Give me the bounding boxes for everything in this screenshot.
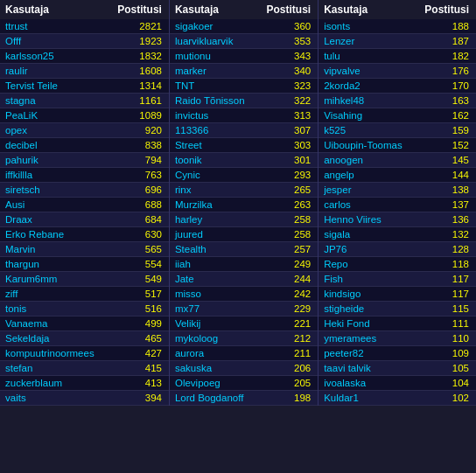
- username-cell: aurora: [169, 346, 256, 361]
- score-cell: 136: [415, 212, 476, 227]
- username-cell: Marvin: [0, 242, 108, 257]
- table-row: Karum6mm549Jate244Fish117: [0, 272, 476, 287]
- score-cell: 1832: [108, 49, 170, 64]
- score-cell: 249: [256, 257, 318, 272]
- username-cell: 113366: [169, 123, 256, 138]
- username-cell: tonis: [0, 302, 108, 316]
- username-cell: iffkillla: [0, 168, 108, 183]
- score-cell: 144: [415, 168, 476, 183]
- username-cell: ziff: [0, 287, 108, 302]
- table-row: stagna1161Raido Tõnisson322mihkel48163: [0, 94, 476, 108]
- username-cell: marker: [169, 64, 256, 79]
- username-cell: iiah: [169, 257, 256, 272]
- username-cell: Erko Rebane: [0, 227, 108, 242]
- score-cell: 110: [415, 331, 476, 346]
- username-cell: mx77: [169, 302, 256, 316]
- score-cell: 1089: [108, 108, 170, 123]
- score-cell: 499: [108, 316, 170, 331]
- username-cell: angelp: [318, 168, 415, 183]
- username-cell: Murzilka: [169, 198, 256, 212]
- score-cell: 394: [108, 391, 170, 406]
- score-cell: 265: [256, 183, 318, 198]
- score-cell: 221: [256, 316, 318, 331]
- score-cell: 1923: [108, 34, 170, 49]
- table-row: Draax684harley258Henno Viires136: [0, 212, 476, 227]
- score-cell: 132: [415, 227, 476, 242]
- score-cell: 343: [256, 49, 318, 64]
- username-cell: Street: [169, 138, 256, 153]
- score-cell: 920: [108, 123, 170, 138]
- username-cell: carlos: [318, 198, 415, 212]
- username-cell: jesper: [318, 183, 415, 198]
- username-cell: misso: [169, 287, 256, 302]
- username-cell: vipvalve: [318, 64, 415, 79]
- username-cell: luarvikluarvik: [169, 34, 256, 49]
- table-row: Vanaema499Velikij221Heki Fond111: [0, 316, 476, 331]
- username-cell: stigheide: [318, 302, 415, 316]
- username-cell: anoogen: [318, 153, 415, 168]
- table-row: Sekeldaja465mykoloog212ymeramees110: [0, 331, 476, 346]
- score-cell: 565: [108, 242, 170, 257]
- score-cell: 117: [415, 287, 476, 302]
- table-row: PeaLiK1089invictus313Visahing162: [0, 108, 476, 123]
- table-row: karlsson251832mutionu343tulu182: [0, 49, 476, 64]
- score-cell: 128: [415, 242, 476, 257]
- score-cell: 322: [256, 94, 318, 108]
- username-cell: tulu: [318, 49, 415, 64]
- score-cell: 115: [415, 302, 476, 316]
- username-cell: Fish: [318, 272, 415, 287]
- username-cell: Tervist Teile: [0, 79, 108, 94]
- col2-header: Postitusi: [108, 0, 170, 19]
- username-cell: Raido Tõnisson: [169, 94, 256, 108]
- username-cell: ttrust: [0, 19, 108, 34]
- username-cell: mykoloog: [169, 331, 256, 346]
- score-cell: 794: [108, 153, 170, 168]
- score-cell: 163: [415, 94, 476, 108]
- score-cell: 549: [108, 272, 170, 287]
- score-cell: 187: [415, 34, 476, 49]
- col5-header: Kasutaja: [318, 0, 415, 19]
- username-cell: pahurik: [0, 153, 108, 168]
- username-cell: sigala: [318, 227, 415, 242]
- table-row: pahurik794toonik301anoogen145: [0, 153, 476, 168]
- score-cell: 427: [108, 346, 170, 361]
- score-cell: 205: [256, 376, 318, 391]
- username-cell: mihkel48: [318, 94, 415, 108]
- score-cell: 117: [415, 272, 476, 287]
- username-cell: Vanaema: [0, 316, 108, 331]
- score-cell: 138: [415, 183, 476, 198]
- score-cell: 176: [415, 64, 476, 79]
- username-cell: Draax: [0, 212, 108, 227]
- username-cell: Lord Bogdanoff: [169, 391, 256, 406]
- table-row: stefan415sakuska206taavi talvik105: [0, 361, 476, 376]
- table-row: siretsch696rinx265jesper138: [0, 183, 476, 198]
- table-row: Tervist Teile1314TNT3232korda2170: [0, 79, 476, 94]
- username-cell: Sekeldaja: [0, 331, 108, 346]
- score-cell: 1608: [108, 64, 170, 79]
- score-cell: 2821: [108, 19, 170, 34]
- table-row: zuckerblaum413Olevipoeg205ivoalaska104: [0, 376, 476, 391]
- username-cell: Offf: [0, 34, 108, 49]
- col1-header: Kasutaja: [0, 0, 108, 19]
- table-row: Ausi688Murzilka263carlos137: [0, 198, 476, 212]
- leaderboard-table: Kasutaja Postitusi Kasutaja Postitusi Ka…: [0, 0, 476, 406]
- username-cell: Stealth: [169, 242, 256, 257]
- score-cell: 353: [256, 34, 318, 49]
- username-cell: sigakoer: [169, 19, 256, 34]
- username-cell: Cynic: [169, 168, 256, 183]
- col3-header: Kasutaja: [169, 0, 256, 19]
- username-cell: siretsch: [0, 183, 108, 198]
- username-cell: Visahing: [318, 108, 415, 123]
- username-cell: Velikij: [169, 316, 256, 331]
- table-row: Offf1923luarvikluarvik353Lenzer187: [0, 34, 476, 49]
- username-cell: taavi talvik: [318, 361, 415, 376]
- username-cell: kindsigo: [318, 287, 415, 302]
- score-cell: 111: [415, 316, 476, 331]
- score-cell: 1314: [108, 79, 170, 94]
- username-cell: peeter82: [318, 346, 415, 361]
- score-cell: 340: [256, 64, 318, 79]
- table-row: Marvin565Stealth257JP76128: [0, 242, 476, 257]
- table-row: vaits394Lord Bogdanoff198Kuldar1102: [0, 391, 476, 406]
- table-row: Erko Rebane630juured258sigala132: [0, 227, 476, 242]
- username-cell: stefan: [0, 361, 108, 376]
